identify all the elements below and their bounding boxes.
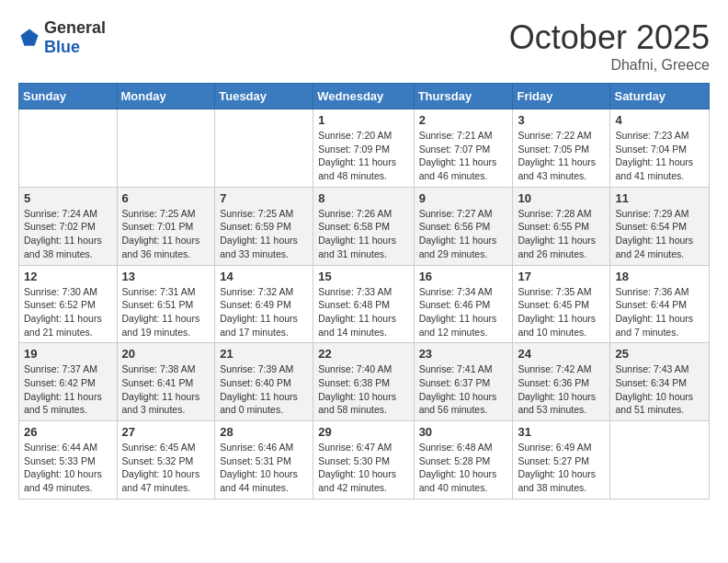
calendar-cell: 6Sunrise: 7:25 AM Sunset: 7:01 PM Daylig… — [117, 187, 215, 265]
calendar-cell — [215, 109, 313, 188]
day-number: 18 — [615, 270, 704, 283]
day-info: Sunrise: 7:26 AM Sunset: 6:58 PM Dayligh… — [318, 207, 408, 261]
calendar-cell: 9Sunrise: 7:27 AM Sunset: 6:56 PM Daylig… — [414, 187, 513, 265]
calendar-cell: 10Sunrise: 7:28 AM Sunset: 6:55 PM Dayli… — [513, 187, 610, 265]
day-info: Sunrise: 7:24 AM Sunset: 7:02 PM Dayligh… — [24, 207, 112, 261]
day-info: Sunrise: 7:25 AM Sunset: 6:59 PM Dayligh… — [220, 207, 308, 261]
logo-icon — [18, 27, 40, 49]
calendar-week-5: 26Sunrise: 6:44 AM Sunset: 5:33 PM Dayli… — [19, 421, 710, 500]
day-info: Sunrise: 7:38 AM Sunset: 6:41 PM Dayligh… — [122, 362, 210, 417]
day-number: 3 — [518, 113, 605, 127]
calendar-cell: 2Sunrise: 7:21 AM Sunset: 7:07 PM Daylig… — [414, 109, 513, 188]
day-info: Sunrise: 7:41 AM Sunset: 6:37 PM Dayligh… — [419, 362, 508, 417]
day-number: 27 — [122, 425, 210, 439]
day-number: 11 — [615, 191, 704, 205]
day-number: 16 — [419, 270, 508, 283]
month-year: October 2025 — [509, 18, 710, 57]
calendar-cell: 13Sunrise: 7:31 AM Sunset: 6:51 PM Dayli… — [117, 265, 215, 343]
day-number: 29 — [318, 425, 408, 439]
col-saturday: Saturday — [610, 84, 710, 109]
calendar-cell: 3Sunrise: 7:22 AM Sunset: 7:05 PM Daylig… — [513, 109, 610, 188]
day-info: Sunrise: 7:37 AM Sunset: 6:42 PM Dayligh… — [24, 362, 112, 417]
day-info: Sunrise: 7:31 AM Sunset: 6:51 PM Dayligh… — [122, 285, 210, 339]
col-wednesday: Wednesday — [313, 84, 414, 109]
day-info: Sunrise: 7:25 AM Sunset: 7:01 PM Dayligh… — [122, 207, 210, 261]
month-title: October 2025 Dhafni, Greece — [509, 18, 710, 74]
day-number: 7 — [220, 191, 308, 205]
day-info: Sunrise: 7:36 AM Sunset: 6:44 PM Dayligh… — [615, 285, 704, 339]
day-info: Sunrise: 6:46 AM Sunset: 5:31 PM Dayligh… — [220, 441, 308, 495]
day-info: Sunrise: 6:48 AM Sunset: 5:28 PM Dayligh… — [419, 441, 508, 495]
calendar-cell: 23Sunrise: 7:41 AM Sunset: 6:37 PM Dayli… — [414, 343, 513, 421]
day-number: 25 — [615, 347, 704, 361]
day-info: Sunrise: 7:33 AM Sunset: 6:48 PM Dayligh… — [318, 285, 408, 339]
day-info: Sunrise: 6:45 AM Sunset: 5:32 PM Dayligh… — [122, 441, 210, 495]
day-info: Sunrise: 7:22 AM Sunset: 7:05 PM Dayligh… — [518, 129, 605, 183]
col-monday: Monday — [117, 84, 215, 109]
calendar-cell: 20Sunrise: 7:38 AM Sunset: 6:41 PM Dayli… — [117, 343, 215, 421]
col-sunday: Sunday — [19, 84, 118, 109]
day-number: 21 — [220, 347, 308, 361]
day-info: Sunrise: 7:20 AM Sunset: 7:09 PM Dayligh… — [318, 129, 408, 183]
calendar-cell: 24Sunrise: 7:42 AM Sunset: 6:36 PM Dayli… — [513, 343, 610, 421]
calendar-cell: 25Sunrise: 7:43 AM Sunset: 6:34 PM Dayli… — [610, 343, 710, 421]
day-number: 2 — [419, 113, 508, 127]
logo-general: General — [44, 18, 106, 38]
calendar-cell: 17Sunrise: 7:35 AM Sunset: 6:45 PM Dayli… — [513, 265, 610, 343]
day-number: 17 — [518, 270, 605, 283]
day-number: 28 — [220, 425, 308, 439]
day-number: 5 — [24, 191, 112, 205]
calendar-week-4: 19Sunrise: 7:37 AM Sunset: 6:42 PM Dayli… — [19, 343, 710, 421]
day-number: 8 — [318, 191, 408, 205]
day-number: 22 — [318, 347, 408, 361]
calendar-cell: 16Sunrise: 7:34 AM Sunset: 6:46 PM Dayli… — [414, 265, 513, 343]
calendar-cell: 27Sunrise: 6:45 AM Sunset: 5:32 PM Dayli… — [117, 421, 215, 500]
calendar-cell — [117, 109, 215, 188]
calendar-cell: 26Sunrise: 6:44 AM Sunset: 5:33 PM Dayli… — [19, 421, 118, 500]
day-number: 30 — [419, 425, 508, 439]
calendar-table: Sunday Monday Tuesday Wednesday Thursday… — [18, 83, 710, 500]
calendar-week-3: 12Sunrise: 7:30 AM Sunset: 6:52 PM Dayli… — [19, 265, 710, 343]
day-number: 31 — [518, 425, 605, 439]
calendar-cell: 4Sunrise: 7:23 AM Sunset: 7:04 PM Daylig… — [610, 109, 710, 188]
day-info: Sunrise: 7:39 AM Sunset: 6:40 PM Dayligh… — [220, 362, 308, 417]
logo-text: General Blue — [44, 18, 106, 57]
day-info: Sunrise: 6:47 AM Sunset: 5:30 PM Dayligh… — [318, 441, 408, 495]
calendar-cell: 1Sunrise: 7:20 AM Sunset: 7:09 PM Daylig… — [313, 109, 414, 188]
calendar-cell: 14Sunrise: 7:32 AM Sunset: 6:49 PM Dayli… — [215, 265, 313, 343]
day-info: Sunrise: 7:43 AM Sunset: 6:34 PM Dayligh… — [615, 362, 704, 417]
calendar-cell — [19, 109, 118, 188]
logo-blue: Blue — [44, 38, 106, 57]
day-number: 12 — [24, 270, 112, 283]
day-number: 19 — [24, 347, 112, 361]
calendar-cell: 21Sunrise: 7:39 AM Sunset: 6:40 PM Dayli… — [215, 343, 313, 421]
col-tuesday: Tuesday — [215, 84, 313, 109]
day-number: 9 — [419, 191, 508, 205]
day-number: 4 — [615, 113, 704, 127]
calendar-cell: 8Sunrise: 7:26 AM Sunset: 6:58 PM Daylig… — [313, 187, 414, 265]
calendar-cell: 29Sunrise: 6:47 AM Sunset: 5:30 PM Dayli… — [313, 421, 414, 500]
day-info: Sunrise: 7:34 AM Sunset: 6:46 PM Dayligh… — [419, 285, 508, 339]
col-friday: Friday — [513, 84, 610, 109]
calendar-week-1: 1Sunrise: 7:20 AM Sunset: 7:09 PM Daylig… — [19, 109, 710, 188]
day-number: 15 — [318, 270, 408, 283]
calendar-cell: 5Sunrise: 7:24 AM Sunset: 7:02 PM Daylig… — [19, 187, 118, 265]
day-info: Sunrise: 6:44 AM Sunset: 5:33 PM Dayligh… — [24, 441, 112, 495]
day-number: 1 — [318, 113, 408, 127]
day-info: Sunrise: 7:27 AM Sunset: 6:56 PM Dayligh… — [419, 207, 508, 261]
day-info: Sunrise: 7:29 AM Sunset: 6:54 PM Dayligh… — [615, 207, 704, 261]
calendar-cell: 28Sunrise: 6:46 AM Sunset: 5:31 PM Dayli… — [215, 421, 313, 500]
calendar-cell: 22Sunrise: 7:40 AM Sunset: 6:38 PM Dayli… — [313, 343, 414, 421]
day-number: 23 — [419, 347, 508, 361]
day-number: 26 — [24, 425, 112, 439]
day-info: Sunrise: 7:35 AM Sunset: 6:45 PM Dayligh… — [518, 285, 605, 339]
day-info: Sunrise: 7:42 AM Sunset: 6:36 PM Dayligh… — [518, 362, 605, 417]
calendar-cell: 12Sunrise: 7:30 AM Sunset: 6:52 PM Dayli… — [19, 265, 118, 343]
calendar-cell — [610, 421, 710, 500]
day-info: Sunrise: 7:30 AM Sunset: 6:52 PM Dayligh… — [24, 285, 112, 339]
calendar-cell: 11Sunrise: 7:29 AM Sunset: 6:54 PM Dayli… — [610, 187, 710, 265]
page-header: General Blue October 2025 Dhafni, Greece — [18, 18, 710, 74]
calendar-cell: 7Sunrise: 7:25 AM Sunset: 6:59 PM Daylig… — [215, 187, 313, 265]
day-info: Sunrise: 7:40 AM Sunset: 6:38 PM Dayligh… — [318, 362, 408, 417]
day-info: Sunrise: 7:23 AM Sunset: 7:04 PM Dayligh… — [615, 129, 704, 183]
